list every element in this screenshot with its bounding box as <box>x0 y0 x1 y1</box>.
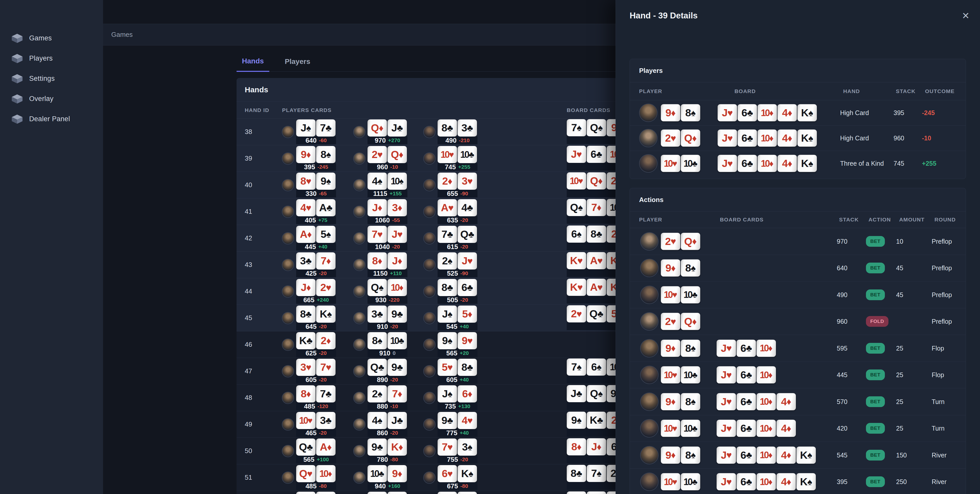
sidebar-item-label: Overlay <box>29 95 53 103</box>
stack-value: 545 <box>446 323 457 330</box>
playing-card: J ♥ <box>717 393 736 410</box>
card-rank: 6 <box>461 281 467 294</box>
card-suit-icon: ♣ <box>377 442 383 453</box>
card-rank: 6 <box>741 107 747 119</box>
card-rank: J <box>301 281 306 294</box>
playing-card: 7 ♥ <box>368 226 387 243</box>
sidebar-item-overlay[interactable]: Overlay <box>0 89 103 109</box>
playing-card: 9 ♠ <box>316 173 336 190</box>
card-suit-icon: ♠ <box>577 415 582 426</box>
card-rank: 8 <box>300 175 305 187</box>
breadcrumb[interactable]: Games <box>111 31 133 39</box>
sidebar-item-dealer-panel[interactable]: Dealer Panel <box>0 109 103 129</box>
playing-card: 3 ♣ <box>296 253 316 270</box>
card-rank: J <box>721 476 726 488</box>
drawer-action-row: 2 ♥ Q ♦ 960 FOLD Preflop <box>630 308 966 335</box>
hole-cards: 2 ♠ 7 ♦ <box>368 385 407 402</box>
playing-card: 8 ♠ <box>681 104 700 121</box>
sidebar-item-players[interactable]: Players <box>0 48 103 68</box>
card-rank: 8 <box>441 281 447 294</box>
card-suit-icon: ♥ <box>306 362 311 373</box>
card-suit-icon: ♠ <box>399 176 404 186</box>
stack-bar: 775 +40 <box>438 429 477 437</box>
stack-value: 330 <box>305 190 317 198</box>
stack-delta: +40 <box>460 376 469 383</box>
avatar <box>423 392 436 404</box>
card-rank: 3 <box>371 308 377 320</box>
avatar <box>640 473 659 491</box>
stack-bar: 1150 +110 <box>368 270 407 277</box>
card-rank: Q <box>299 468 307 480</box>
player-cards-cell: 8 ♦ J ♦ 1150 +110 <box>353 252 407 278</box>
avatar <box>423 179 436 191</box>
stack-bar: 860 -20 <box>368 429 407 437</box>
stack-value: 445 <box>837 371 848 379</box>
card-rank: Q <box>590 175 598 187</box>
card-rank: Q <box>684 132 692 144</box>
avatar <box>282 232 294 245</box>
hole-cards: 8 ♦ 5 ♣ <box>438 492 477 494</box>
card-rank: 10 <box>684 370 692 380</box>
tab-hands[interactable]: Hands <box>237 57 269 72</box>
tab-players[interactable]: Players <box>280 57 316 71</box>
avatar <box>353 259 366 271</box>
card-suit-icon: ♥ <box>467 335 473 346</box>
stack-bar: 780 -80 <box>368 456 407 463</box>
playing-card: 8 ♦ <box>567 438 586 455</box>
playing-card: 4 ♦ <box>778 155 797 172</box>
stack-bar: 960 -10 <box>368 163 407 171</box>
stack-bar: 505 -20 <box>438 296 477 304</box>
avatar <box>353 179 366 191</box>
card-suit-icon: ♦ <box>769 159 774 168</box>
card-rank: 6 <box>740 396 746 408</box>
close-icon[interactable]: ✕ <box>958 8 974 24</box>
card-rank: 9 <box>665 342 671 354</box>
stack-delta: +110 <box>390 270 402 276</box>
hole-cards: 9 ♣ 4 ♥ <box>438 412 477 429</box>
playing-card: 8 ♥ <box>296 173 316 190</box>
card-suit-icon: ♠ <box>306 123 311 133</box>
card-rank: J <box>391 415 397 426</box>
card-rank: J <box>391 228 397 240</box>
hands-card-title: Hands <box>245 86 268 94</box>
card-suit-icon: ♦ <box>692 133 697 143</box>
drawer-action-row: 9 ♦ 8 ♠ J ♥ 6 ♣ 10 ♦ 4 ♦ 570 BET 25 Turn <box>630 388 966 415</box>
board-cards: J ♥ 6 ♣ 10 ♦ 4 ♦ <box>717 420 796 437</box>
card-rank: 7 <box>441 228 447 240</box>
app-window: Games Players Settings Overlay Dealer Pa… <box>0 0 980 494</box>
card-rank: Q <box>590 388 598 400</box>
stack-value: 1060 <box>375 216 390 224</box>
card-suit-icon: ♦ <box>768 477 773 487</box>
cube-icon <box>11 33 23 43</box>
playing-card: Q ♣ <box>368 359 387 376</box>
card-rank: Q <box>460 228 468 240</box>
sidebar-item-settings[interactable]: Settings <box>0 68 103 89</box>
card-rank: 4 <box>782 107 788 119</box>
card-rank: 4 <box>372 415 377 426</box>
player-cards-cell: 8 ♦ 5 ♣ <box>423 491 477 494</box>
card-rank: 10 <box>761 133 769 143</box>
playing-card: 10 ♦ <box>387 279 407 296</box>
sidebar-item-games[interactable]: Games <box>0 28 103 48</box>
playing-card: 10 ♥ <box>661 473 680 491</box>
card-rank: Q <box>391 149 398 160</box>
card-suit-icon: ♥ <box>397 229 402 240</box>
card-rank: Q <box>590 122 598 134</box>
col-board-cards: BOARD CARDS <box>567 107 611 113</box>
card-rank: K <box>801 107 808 119</box>
avatar <box>353 392 366 404</box>
playing-card: 2 ♠ <box>368 385 387 402</box>
card-suit-icon: ♠ <box>691 263 695 273</box>
player-cards-cell: 2 ♠ 7 ♦ 880 -10 <box>353 385 407 410</box>
playing-card: Q ♦ <box>587 172 606 189</box>
card-suit-icon: ♠ <box>808 133 813 143</box>
card-suit-icon: ♦ <box>399 283 404 292</box>
hole-cards: 2 ♦ 3 ♥ <box>438 173 477 190</box>
hole-cards: 10 ♥ 10 ♣ <box>438 146 477 163</box>
card-rank: 10 <box>684 423 692 434</box>
playing-card: 5 ♠ <box>316 226 336 243</box>
playing-card: Q ♦ <box>681 233 700 250</box>
playing-card: 10 ♠ <box>387 173 407 190</box>
card-suit-icon: ♥ <box>726 450 732 461</box>
playing-card: J ♦ <box>296 279 316 296</box>
